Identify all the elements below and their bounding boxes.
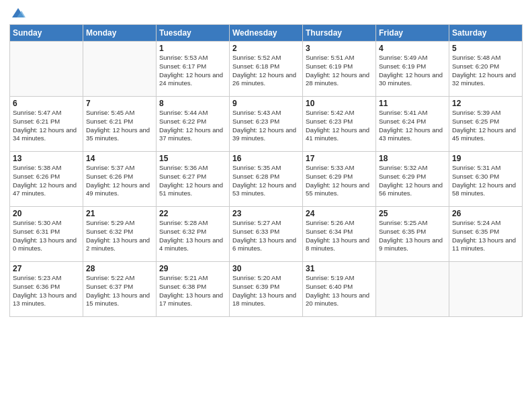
day-info: Sunrise: 5:38 AM Sunset: 6:26 PM Dayligh…	[13, 164, 80, 198]
calendar-cell: 27Sunrise: 5:23 AM Sunset: 6:36 PM Dayli…	[10, 262, 83, 317]
calendar-cell: 17Sunrise: 5:33 AM Sunset: 6:29 PM Dayli…	[303, 152, 376, 207]
week-row-1: 6Sunrise: 5:47 AM Sunset: 6:21 PM Daylig…	[10, 97, 523, 152]
calendar-cell: 20Sunrise: 5:30 AM Sunset: 6:31 PM Dayli…	[10, 207, 83, 262]
weekday-header-row: SundayMondayTuesdayWednesdayThursdayFrid…	[10, 25, 523, 42]
day-info: Sunrise: 5:29 AM Sunset: 6:32 PM Dayligh…	[86, 219, 153, 253]
calendar-cell: 25Sunrise: 5:25 AM Sunset: 6:35 PM Dayli…	[376, 207, 449, 262]
day-number: 24	[306, 209, 373, 218]
day-info: Sunrise: 5:25 AM Sunset: 6:35 PM Dayligh…	[379, 219, 446, 253]
day-number: 23	[232, 209, 300, 218]
day-number: 31	[306, 264, 373, 273]
weekday-header-sunday: Sunday	[10, 25, 83, 42]
calendar-cell: 8Sunrise: 5:44 AM Sunset: 6:22 PM Daylig…	[157, 97, 230, 152]
day-info: Sunrise: 5:44 AM Sunset: 6:22 PM Dayligh…	[159, 109, 226, 143]
day-info: Sunrise: 5:47 AM Sunset: 6:21 PM Dayligh…	[13, 109, 80, 143]
day-info: Sunrise: 5:32 AM Sunset: 6:29 PM Dayligh…	[379, 164, 446, 198]
week-row-2: 13Sunrise: 5:38 AM Sunset: 6:26 PM Dayli…	[10, 152, 523, 207]
calendar-cell: 24Sunrise: 5:26 AM Sunset: 6:34 PM Dayli…	[303, 207, 376, 262]
calendar-cell: 22Sunrise: 5:28 AM Sunset: 6:32 PM Dayli…	[157, 207, 230, 262]
day-number: 6	[13, 99, 80, 108]
day-info: Sunrise: 5:30 AM Sunset: 6:31 PM Dayligh…	[13, 219, 80, 253]
day-number: 30	[232, 264, 300, 273]
calendar-cell: 30Sunrise: 5:20 AM Sunset: 6:39 PM Dayli…	[230, 262, 303, 317]
calendar-cell: 16Sunrise: 5:35 AM Sunset: 6:28 PM Dayli…	[230, 152, 303, 207]
calendar-cell: 11Sunrise: 5:41 AM Sunset: 6:24 PM Dayli…	[376, 97, 449, 152]
day-info: Sunrise: 5:37 AM Sunset: 6:26 PM Dayligh…	[86, 164, 153, 198]
calendar-cell: 18Sunrise: 5:32 AM Sunset: 6:29 PM Dayli…	[376, 152, 449, 207]
logo-icon	[11, 5, 26, 20]
day-number: 19	[452, 154, 519, 163]
calendar-cell: 1Sunrise: 5:53 AM Sunset: 6:17 PM Daylig…	[157, 42, 230, 97]
calendar-cell: 3Sunrise: 5:51 AM Sunset: 6:19 PM Daylig…	[303, 42, 376, 97]
day-info: Sunrise: 5:27 AM Sunset: 6:33 PM Dayligh…	[232, 219, 300, 253]
day-info: Sunrise: 5:21 AM Sunset: 6:38 PM Dayligh…	[159, 274, 226, 308]
day-number: 18	[379, 154, 446, 163]
calendar-cell	[449, 262, 523, 317]
day-number: 28	[86, 264, 153, 273]
day-number: 10	[306, 99, 373, 108]
weekday-header-tuesday: Tuesday	[157, 25, 230, 42]
day-info: Sunrise: 5:41 AM Sunset: 6:24 PM Dayligh…	[379, 109, 446, 143]
day-info: Sunrise: 5:48 AM Sunset: 6:20 PM Dayligh…	[452, 54, 519, 88]
day-number: 15	[159, 154, 226, 163]
calendar-cell: 29Sunrise: 5:21 AM Sunset: 6:38 PM Dayli…	[157, 262, 230, 317]
day-info: Sunrise: 5:33 AM Sunset: 6:29 PM Dayligh…	[306, 164, 373, 198]
calendar-cell: 23Sunrise: 5:27 AM Sunset: 6:33 PM Dayli…	[230, 207, 303, 262]
day-info: Sunrise: 5:45 AM Sunset: 6:21 PM Dayligh…	[86, 109, 153, 143]
day-number: 4	[379, 44, 446, 53]
day-number: 25	[379, 209, 446, 218]
day-number: 20	[13, 209, 80, 218]
day-number: 5	[452, 44, 519, 53]
day-number: 27	[13, 264, 80, 273]
calendar-cell	[10, 42, 83, 97]
weekday-header-saturday: Saturday	[449, 25, 523, 42]
day-number: 16	[232, 154, 300, 163]
calendar-cell: 4Sunrise: 5:49 AM Sunset: 6:19 PM Daylig…	[376, 42, 449, 97]
logo	[9, 7, 26, 20]
day-number: 29	[159, 264, 226, 273]
day-info: Sunrise: 5:19 AM Sunset: 6:40 PM Dayligh…	[306, 274, 373, 308]
page: SundayMondayTuesdayWednesdayThursdayFrid…	[0, 0, 532, 411]
day-info: Sunrise: 5:31 AM Sunset: 6:30 PM Dayligh…	[452, 164, 519, 198]
calendar-cell: 10Sunrise: 5:42 AM Sunset: 6:23 PM Dayli…	[303, 97, 376, 152]
calendar-table: SundayMondayTuesdayWednesdayThursdayFrid…	[9, 24, 523, 317]
calendar-cell: 26Sunrise: 5:24 AM Sunset: 6:35 PM Dayli…	[449, 207, 523, 262]
weekday-header-wednesday: Wednesday	[230, 25, 303, 42]
calendar-cell: 15Sunrise: 5:36 AM Sunset: 6:27 PM Dayli…	[157, 152, 230, 207]
calendar-cell: 9Sunrise: 5:43 AM Sunset: 6:23 PM Daylig…	[230, 97, 303, 152]
day-number: 11	[379, 99, 446, 108]
day-info: Sunrise: 5:39 AM Sunset: 6:25 PM Dayligh…	[452, 109, 519, 143]
day-number: 9	[232, 99, 300, 108]
calendar-cell: 13Sunrise: 5:38 AM Sunset: 6:26 PM Dayli…	[10, 152, 83, 207]
day-info: Sunrise: 5:36 AM Sunset: 6:27 PM Dayligh…	[159, 164, 226, 198]
day-info: Sunrise: 5:43 AM Sunset: 6:23 PM Dayligh…	[232, 109, 300, 143]
day-number: 8	[159, 99, 226, 108]
calendar-cell: 21Sunrise: 5:29 AM Sunset: 6:32 PM Dayli…	[83, 207, 157, 262]
day-info: Sunrise: 5:52 AM Sunset: 6:18 PM Dayligh…	[232, 54, 300, 88]
day-info: Sunrise: 5:20 AM Sunset: 6:39 PM Dayligh…	[232, 274, 300, 308]
day-info: Sunrise: 5:49 AM Sunset: 6:19 PM Dayligh…	[379, 54, 446, 88]
day-number: 26	[452, 209, 519, 218]
calendar-cell: 12Sunrise: 5:39 AM Sunset: 6:25 PM Dayli…	[449, 97, 523, 152]
day-number: 2	[232, 44, 300, 53]
day-number: 7	[86, 99, 153, 108]
calendar-cell: 28Sunrise: 5:22 AM Sunset: 6:37 PM Dayli…	[83, 262, 157, 317]
calendar-cell: 14Sunrise: 5:37 AM Sunset: 6:26 PM Dayli…	[83, 152, 157, 207]
day-number: 3	[306, 44, 373, 53]
day-number: 12	[452, 99, 519, 108]
day-info: Sunrise: 5:26 AM Sunset: 6:34 PM Dayligh…	[306, 219, 373, 253]
weekday-header-monday: Monday	[83, 25, 157, 42]
calendar-cell: 5Sunrise: 5:48 AM Sunset: 6:20 PM Daylig…	[449, 42, 523, 97]
day-info: Sunrise: 5:22 AM Sunset: 6:37 PM Dayligh…	[86, 274, 153, 308]
weekday-header-friday: Friday	[376, 25, 449, 42]
calendar-cell: 2Sunrise: 5:52 AM Sunset: 6:18 PM Daylig…	[230, 42, 303, 97]
day-info: Sunrise: 5:24 AM Sunset: 6:35 PM Dayligh…	[452, 219, 519, 253]
day-number: 14	[86, 154, 153, 163]
weekday-header-thursday: Thursday	[303, 25, 376, 42]
day-number: 13	[13, 154, 80, 163]
day-info: Sunrise: 5:53 AM Sunset: 6:17 PM Dayligh…	[159, 54, 226, 88]
calendar-cell: 19Sunrise: 5:31 AM Sunset: 6:30 PM Dayli…	[449, 152, 523, 207]
day-info: Sunrise: 5:23 AM Sunset: 6:36 PM Dayligh…	[13, 274, 80, 308]
calendar-cell: 7Sunrise: 5:45 AM Sunset: 6:21 PM Daylig…	[83, 97, 157, 152]
calendar-cell: 6Sunrise: 5:47 AM Sunset: 6:21 PM Daylig…	[10, 97, 83, 152]
